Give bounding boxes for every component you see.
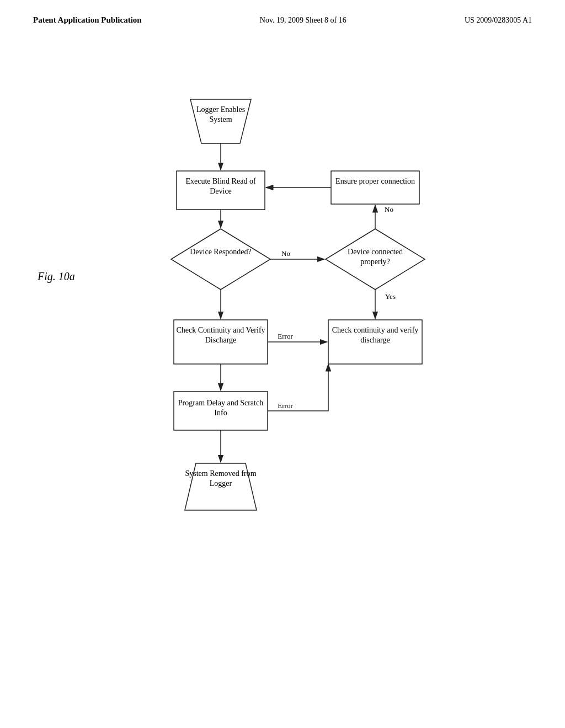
flowchart: Logger Enables System Execute Blind Read… bbox=[110, 83, 463, 662]
flowchart-svg bbox=[110, 83, 463, 662]
program-delay-shape bbox=[174, 392, 268, 430]
execute-blind-shape bbox=[177, 171, 265, 210]
publication-label: Patent Application Publication bbox=[33, 15, 142, 25]
figure-label: Fig. 10a bbox=[38, 270, 75, 283]
publication-number: US 2009/0283005 A1 bbox=[465, 16, 532, 25]
arrow-program-error-to-checkcont-right bbox=[268, 364, 328, 411]
device-connected-shape bbox=[326, 229, 425, 290]
check-continuity-right-shape bbox=[328, 320, 422, 364]
publication-date: Nov. 19, 2009 Sheet 8 of 16 bbox=[260, 16, 347, 25]
device-responded-shape bbox=[171, 229, 270, 290]
system-removed-shape bbox=[185, 463, 257, 510]
ensure-proper-shape bbox=[331, 171, 419, 204]
header: Patent Application Publication Nov. 19, … bbox=[0, 0, 565, 25]
logger-enables-shape bbox=[190, 99, 251, 143]
check-continuity-shape bbox=[174, 320, 268, 364]
